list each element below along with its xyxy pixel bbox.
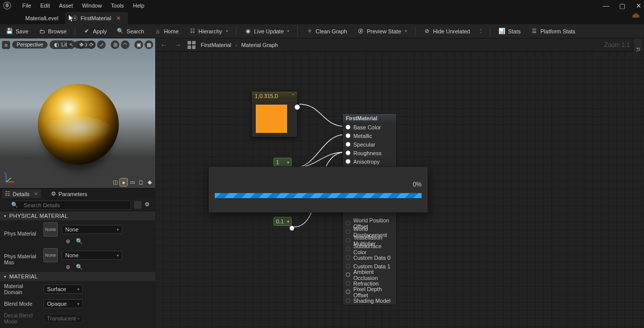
nav-back-icon[interactable]: ← — [159, 40, 168, 50]
settings-gear-icon[interactable]: ⚙ — [145, 201, 152, 209]
graph-toolbar: ← → FirstMaterial › Material Graph Zoom … — [155, 38, 644, 52]
node-constant-color[interactable]: 1,0.315,0˄ — [251, 91, 298, 137]
category-physical-material[interactable]: ▾PHYSICAL MATERIAL — [0, 211, 155, 220]
asset-thumbnail[interactable]: None — [43, 248, 58, 262]
tab-details[interactable]: ☷ Details ✕ — [2, 190, 41, 198]
pin-specular[interactable]: Specular — [343, 140, 396, 149]
category-material[interactable]: ▾MATERIAL — [0, 272, 155, 281]
shape-custom-icon[interactable]: ◆ — [146, 178, 153, 186]
viewport-menu-button[interactable]: ≡ — [2, 41, 10, 49]
save-button[interactable]: 💾Save — [2, 26, 32, 36]
close-icon[interactable]: ✕ — [34, 191, 38, 197]
browse-to-icon[interactable]: 🔍 — [76, 264, 82, 270]
hierarchy-button[interactable]: ☷Hierarchy▾ — [185, 26, 232, 36]
shape-cube-icon[interactable]: ◻ — [137, 178, 145, 186]
tab-parameters[interactable]: ⚙ Parameters — [48, 190, 90, 198]
main-menubar: File Edit Asset Window Tools Help — ▢ ✕ — [0, 0, 644, 11]
output-pin[interactable] — [290, 226, 294, 230]
preview-viewport[interactable]: ≡ Perspective ◐Lit Show ↖ ✥ ⟳ ⤢ ⊞ ◠ ▣ ▦ … — [0, 38, 155, 188]
browse-to-icon[interactable]: 🔍 — [76, 238, 82, 244]
scale-tool-icon[interactable]: ⤢ — [97, 40, 106, 49]
hide-unrelated-options[interactable]: ⋮ — [476, 26, 486, 36]
nav-forward-icon[interactable]: → — [173, 40, 182, 50]
breadcrumb-root[interactable]: FirstMaterial — [201, 42, 232, 48]
menu-asset[interactable]: Asset — [59, 3, 73, 9]
preview-sphere — [38, 84, 119, 165]
viewport-perspective-button[interactable]: Perspective — [12, 41, 48, 49]
collapse-icon[interactable]: ˄ — [292, 93, 294, 98]
menu-edit[interactable]: Edit — [40, 3, 50, 9]
view-grid-icon[interactable] — [134, 201, 142, 209]
chevron-down-icon[interactable]: ▾ — [287, 219, 289, 224]
apply-button[interactable]: ✔Apply — [79, 26, 111, 36]
search-button[interactable]: 🔍Search — [113, 26, 148, 36]
pin-anisotropy[interactable]: Anisotropy — [343, 157, 396, 166]
pin-metallic[interactable]: Metallic — [343, 131, 396, 140]
use-selected-icon[interactable]: ⊕ — [66, 264, 72, 270]
chevron-down-icon[interactable]: ▾ — [287, 160, 289, 165]
details-panel[interactable]: ▾PHYSICAL MATERIAL Phys Material None No… — [0, 211, 155, 328]
document-tabbar: MaterialLevel FirstMaterial ✕ — [0, 11, 644, 24]
shape-sphere-icon[interactable]: ● — [120, 178, 127, 186]
shape-cylinder-icon[interactable]: ◫ — [111, 178, 119, 186]
breadcrumb: FirstMaterial › Material Graph — [201, 42, 278, 48]
home-icon: ⌂ — [154, 28, 161, 35]
platform-stats-button[interactable]: ☰Platform Stats — [527, 26, 579, 36]
hierarchy-icon: ☷ — [189, 28, 196, 35]
pin-shading-model[interactable]: Shading Model — [343, 296, 396, 305]
live-update-button[interactable]: ◉Live Update▾ — [241, 26, 294, 36]
breadcrumb-leaf[interactable]: Material Graph — [241, 42, 278, 48]
menu-tools[interactable]: Tools — [111, 3, 124, 9]
tab-close-icon[interactable]: ✕ — [116, 15, 121, 22]
viewport-options-icon[interactable]: ▦ — [145, 40, 153, 49]
use-selected-icon[interactable]: ⊕ — [66, 238, 72, 244]
chevron-down-icon: ▾ — [4, 274, 6, 279]
menu-file[interactable]: File — [22, 3, 31, 9]
search-icon: 🔍 — [117, 28, 124, 35]
hide-unrelated-button[interactable]: ⊘Hide Unrelated — [420, 26, 474, 36]
pin-roughness[interactable]: Roughness — [343, 149, 396, 157]
camera-speed-icon[interactable]: ▣ — [134, 40, 143, 49]
preview-state-button[interactable]: ⦿Preview State▾ — [353, 26, 411, 36]
move-tool-icon[interactable]: ✥ — [77, 40, 85, 49]
toolbar-separator — [75, 27, 75, 36]
material-graph-canvas[interactable]: 1,0.315,0˄ 1▾ 0.1▾ FirstMaterial Base Co… — [155, 52, 644, 328]
source-control-icon[interactable] — [632, 13, 640, 19]
pin-custom-data-0[interactable]: Custom Data 0 — [343, 253, 396, 262]
snap-grid-icon[interactable]: ⊞ — [111, 40, 119, 49]
pin-base-color[interactable]: Base Color — [343, 123, 396, 131]
menu-window[interactable]: Window — [82, 3, 102, 9]
phys-material-mask-dropdown[interactable]: None▾ — [62, 251, 122, 260]
details-search-input[interactable] — [13, 201, 131, 210]
pin-pixel-depth-offset[interactable]: Pixel Depth Offset — [343, 288, 396, 296]
dropdown-blend-mode[interactable]: Opaque▾ — [43, 299, 83, 308]
color-swatch[interactable] — [256, 105, 287, 133]
asset-thumbnail[interactable]: None — [43, 222, 58, 237]
maximize-button[interactable]: ▢ — [619, 2, 626, 10]
home-button[interactable]: ⌂Home — [150, 26, 182, 36]
clean-graph-button[interactable]: ✧Clean Graph — [302, 26, 351, 36]
dropdown-material-domain[interactable]: Surface▾ — [43, 285, 83, 294]
rotate-tool-icon[interactable]: ⟳ — [87, 40, 96, 49]
close-button[interactable]: ✕ — [635, 2, 642, 10]
node-scalar-b[interactable]: 0.1▾ — [273, 217, 292, 226]
pin-ambient-occlusion[interactable]: Ambient Occlusion — [343, 270, 396, 279]
graph-home-icon[interactable] — [188, 41, 196, 49]
phys-material-dropdown[interactable]: None▾ — [62, 225, 122, 234]
output-pin[interactable] — [295, 105, 300, 110]
menu-help[interactable]: Help — [133, 3, 145, 9]
node-scalar-a[interactable]: 1▾ — [273, 158, 292, 167]
pin-subsurface-color[interactable]: Subsurface Color — [343, 245, 396, 253]
snap-angle-icon[interactable]: ◠ — [121, 40, 129, 49]
browse-button[interactable]: 🗀Browse — [34, 26, 71, 36]
check-icon: ✔ — [83, 28, 90, 35]
minimize-button[interactable]: — — [603, 2, 610, 10]
shape-plane-icon[interactable]: ▭ — [128, 178, 136, 186]
folder-icon: 🗀 — [38, 28, 45, 35]
select-tool-icon[interactable]: ↖ — [67, 40, 75, 49]
stats-button[interactable]: 📊Stats — [494, 26, 525, 36]
parameters-icon: ⚙ — [51, 191, 56, 197]
prop-phys-material-mask: Phys Material Mas None None▾ ⊕ 🔍 — [0, 246, 155, 272]
tab-materiallevel[interactable]: MaterialLevel — [18, 12, 65, 24]
toolbar-separator — [236, 27, 237, 36]
